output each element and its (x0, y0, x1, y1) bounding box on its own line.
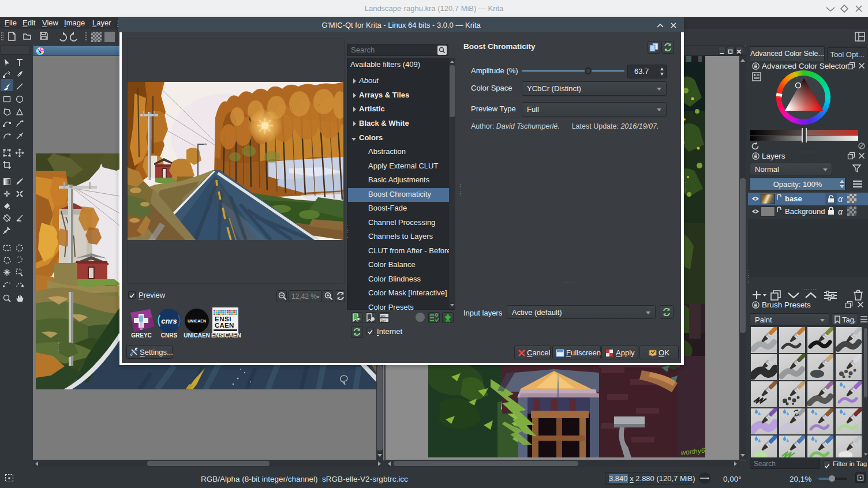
svg-text:Abc: Abc (381, 314, 386, 318)
svg-text:Def: Def (381, 319, 386, 322)
svg-text:cnrs: cnrs (161, 317, 177, 325)
svg-text:CAEN: CAEN (215, 322, 234, 329)
svg-text:UNІCAEN: UNІCAEN (188, 319, 206, 323)
